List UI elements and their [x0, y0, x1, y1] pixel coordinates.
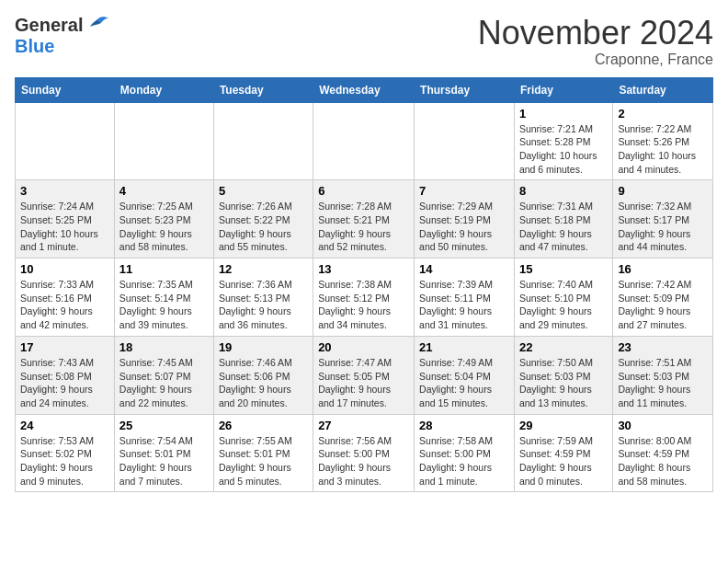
day-number: 25 — [119, 419, 209, 432]
day-number: 20 — [318, 340, 409, 354]
day-number: 14 — [419, 262, 509, 276]
calendar-cell: 5Sunrise: 7:26 AM Sunset: 5:22 PM Daylig… — [213, 180, 313, 259]
day-number: 1 — [519, 107, 608, 121]
day-info: Sunrise: 7:33 AM Sunset: 5:16 PM Dayligh… — [20, 278, 109, 332]
day-number: 29 — [519, 419, 608, 432]
calendar-cell: 29Sunrise: 7:59 AM Sunset: 4:59 PM Dayli… — [514, 414, 612, 492]
logo: General Blue — [15, 15, 110, 57]
day-number: 3 — [20, 184, 109, 198]
weekday-header-monday: Monday — [114, 77, 213, 102]
day-info: Sunrise: 7:53 AM Sunset: 5:02 PM Dayligh… — [20, 434, 109, 488]
day-info: Sunrise: 7:39 AM Sunset: 5:11 PM Dayligh… — [419, 278, 509, 332]
day-number: 23 — [618, 340, 708, 354]
page-header: General Blue November 2024 Craponne, Fra… — [15, 15, 713, 68]
logo-bird-icon — [85, 16, 110, 36]
day-info: Sunrise: 7:31 AM Sunset: 5:18 PM Dayligh… — [519, 200, 608, 254]
calendar-cell: 28Sunrise: 7:58 AM Sunset: 5:00 PM Dayli… — [415, 414, 515, 492]
calendar-cell: 26Sunrise: 7:55 AM Sunset: 5:01 PM Dayli… — [213, 414, 313, 492]
calendar-cell: 8Sunrise: 7:31 AM Sunset: 5:18 PM Daylig… — [514, 180, 612, 259]
day-info: Sunrise: 7:45 AM Sunset: 5:07 PM Dayligh… — [119, 356, 209, 410]
day-number: 21 — [419, 340, 509, 354]
day-info: Sunrise: 7:28 AM Sunset: 5:21 PM Dayligh… — [318, 200, 409, 254]
day-number: 8 — [519, 184, 608, 198]
day-info: Sunrise: 7:42 AM Sunset: 5:09 PM Dayligh… — [618, 278, 708, 332]
calendar-cell — [415, 102, 515, 180]
calendar-cell: 3Sunrise: 7:24 AM Sunset: 5:25 PM Daylig… — [16, 180, 115, 259]
day-info: Sunrise: 7:59 AM Sunset: 4:59 PM Dayligh… — [519, 434, 608, 488]
calendar-cell: 16Sunrise: 7:42 AM Sunset: 5:09 PM Dayli… — [613, 259, 713, 337]
day-number: 28 — [419, 419, 509, 432]
day-info: Sunrise: 7:54 AM Sunset: 5:01 PM Dayligh… — [119, 434, 209, 488]
day-number: 5 — [219, 184, 308, 198]
weekday-header-friday: Friday — [514, 77, 612, 102]
calendar-cell: 23Sunrise: 7:51 AM Sunset: 5:03 PM Dayli… — [613, 336, 713, 414]
day-info: Sunrise: 7:35 AM Sunset: 5:14 PM Dayligh… — [119, 278, 209, 332]
day-info: Sunrise: 7:56 AM Sunset: 5:00 PM Dayligh… — [318, 434, 409, 488]
day-info: Sunrise: 7:55 AM Sunset: 5:01 PM Dayligh… — [219, 434, 308, 488]
weekday-header-sunday: Sunday — [16, 77, 115, 102]
day-info: Sunrise: 7:51 AM Sunset: 5:03 PM Dayligh… — [618, 356, 708, 410]
weekday-header-row: SundayMondayTuesdayWednesdayThursdayFrid… — [16, 77, 713, 102]
weekday-header-thursday: Thursday — [415, 77, 515, 102]
calendar-cell — [16, 102, 115, 180]
calendar-cell — [114, 102, 213, 180]
day-info: Sunrise: 7:26 AM Sunset: 5:22 PM Dayligh… — [219, 200, 308, 254]
calendar-cell — [313, 102, 415, 180]
day-info: Sunrise: 7:58 AM Sunset: 5:00 PM Dayligh… — [419, 434, 509, 488]
logo-blue-text: Blue — [15, 36, 54, 57]
day-number: 26 — [219, 419, 308, 432]
calendar-week-row: 10Sunrise: 7:33 AM Sunset: 5:16 PM Dayli… — [16, 259, 713, 337]
calendar-cell: 7Sunrise: 7:29 AM Sunset: 5:19 PM Daylig… — [415, 180, 515, 259]
calendar-cell: 1Sunrise: 7:21 AM Sunset: 5:28 PM Daylig… — [514, 102, 612, 180]
day-number: 27 — [318, 419, 409, 432]
calendar-cell: 11Sunrise: 7:35 AM Sunset: 5:14 PM Dayli… — [114, 259, 213, 337]
day-number: 17 — [20, 340, 109, 354]
calendar-cell: 17Sunrise: 7:43 AM Sunset: 5:08 PM Dayli… — [16, 336, 115, 414]
calendar-cell: 22Sunrise: 7:50 AM Sunset: 5:03 PM Dayli… — [514, 336, 612, 414]
day-number: 9 — [618, 184, 708, 198]
calendar-cell: 25Sunrise: 7:54 AM Sunset: 5:01 PM Dayli… — [114, 414, 213, 492]
day-info: Sunrise: 7:49 AM Sunset: 5:04 PM Dayligh… — [419, 356, 509, 410]
day-info: Sunrise: 7:50 AM Sunset: 5:03 PM Dayligh… — [519, 356, 608, 410]
day-number: 24 — [20, 419, 109, 432]
page-title: November 2024 — [478, 15, 713, 52]
calendar-cell: 4Sunrise: 7:25 AM Sunset: 5:23 PM Daylig… — [114, 180, 213, 259]
calendar-cell: 10Sunrise: 7:33 AM Sunset: 5:16 PM Dayli… — [16, 259, 115, 337]
day-number: 6 — [318, 184, 409, 198]
calendar-week-row: 1Sunrise: 7:21 AM Sunset: 5:28 PM Daylig… — [16, 102, 713, 180]
day-number: 13 — [318, 262, 409, 276]
day-number: 22 — [519, 340, 608, 354]
day-info: Sunrise: 7:47 AM Sunset: 5:05 PM Dayligh… — [318, 356, 409, 410]
day-number: 16 — [618, 262, 708, 276]
day-number: 7 — [419, 184, 509, 198]
calendar-cell — [213, 102, 313, 180]
title-block: November 2024 Craponne, France — [478, 15, 713, 68]
day-info: Sunrise: 7:36 AM Sunset: 5:13 PM Dayligh… — [219, 278, 308, 332]
calendar-cell: 27Sunrise: 7:56 AM Sunset: 5:00 PM Dayli… — [313, 414, 415, 492]
day-info: Sunrise: 7:29 AM Sunset: 5:19 PM Dayligh… — [419, 200, 509, 254]
calendar-cell: 19Sunrise: 7:46 AM Sunset: 5:06 PM Dayli… — [213, 336, 313, 414]
day-number: 30 — [618, 419, 708, 432]
calendar-cell: 18Sunrise: 7:45 AM Sunset: 5:07 PM Dayli… — [114, 336, 213, 414]
day-number: 19 — [219, 340, 308, 354]
day-number: 10 — [20, 262, 109, 276]
day-info: Sunrise: 7:38 AM Sunset: 5:12 PM Dayligh… — [318, 278, 409, 332]
day-info: Sunrise: 7:22 AM Sunset: 5:26 PM Dayligh… — [618, 122, 708, 177]
calendar-week-row: 17Sunrise: 7:43 AM Sunset: 5:08 PM Dayli… — [16, 336, 713, 414]
calendar-cell: 12Sunrise: 7:36 AM Sunset: 5:13 PM Dayli… — [213, 259, 313, 337]
calendar-cell: 24Sunrise: 7:53 AM Sunset: 5:02 PM Dayli… — [16, 414, 115, 492]
page-subtitle: Craponne, France — [478, 52, 713, 68]
day-number: 11 — [119, 262, 209, 276]
calendar-week-row: 3Sunrise: 7:24 AM Sunset: 5:25 PM Daylig… — [16, 180, 713, 259]
day-number: 12 — [219, 262, 308, 276]
day-info: Sunrise: 7:21 AM Sunset: 5:28 PM Dayligh… — [519, 122, 608, 177]
calendar-cell: 9Sunrise: 7:32 AM Sunset: 5:17 PM Daylig… — [613, 180, 713, 259]
calendar-cell: 30Sunrise: 8:00 AM Sunset: 4:59 PM Dayli… — [613, 414, 713, 492]
calendar-cell: 21Sunrise: 7:49 AM Sunset: 5:04 PM Dayli… — [415, 336, 515, 414]
weekday-header-saturday: Saturday — [613, 77, 713, 102]
day-number: 15 — [519, 262, 608, 276]
logo-general-text: General — [15, 15, 83, 36]
day-number: 18 — [119, 340, 209, 354]
day-info: Sunrise: 7:43 AM Sunset: 5:08 PM Dayligh… — [20, 356, 109, 410]
day-number: 4 — [119, 184, 209, 198]
